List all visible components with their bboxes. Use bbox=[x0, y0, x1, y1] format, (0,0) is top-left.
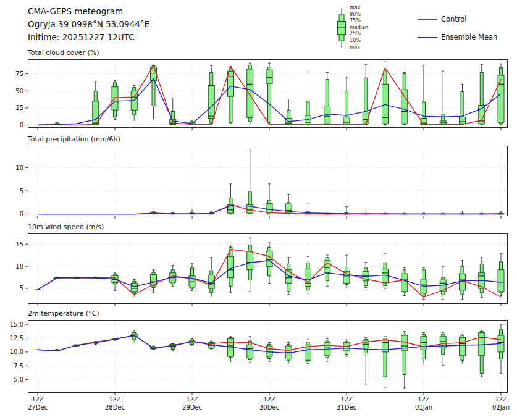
y-tick-label: 75 bbox=[15, 70, 23, 77]
wind-speed-panel-title: 10m wind speed (m/s) bbox=[28, 223, 104, 231]
app-title: CMA-GEPS meteogram bbox=[28, 5, 149, 18]
x-tick-label: 12Z31Dec bbox=[327, 396, 366, 411]
y-tick-label: 10 bbox=[15, 164, 23, 171]
wind-speed-chart: 51015 bbox=[0, 233, 517, 309]
y-tick-label: 5 bbox=[20, 188, 23, 195]
axes: 0255075 bbox=[15, 60, 507, 131]
y-tick-label: 50 bbox=[15, 88, 23, 94]
y-tick-label: 25 bbox=[15, 104, 23, 111]
boxplot-legend-labels: max90%75%median25%10%min bbox=[350, 5, 368, 51]
boxplot-legend-label: min bbox=[350, 44, 368, 51]
y-tick-label: 5.0 bbox=[14, 376, 23, 383]
temperature-panel-title: 2m temperature (°C) bbox=[28, 309, 99, 317]
y-tick-label: 15.0 bbox=[10, 321, 23, 328]
y-tick-label: 12.5 bbox=[10, 335, 23, 342]
x-tick-label: 12Z02Jan bbox=[481, 396, 517, 411]
x-tick-label: 12Z01Jan bbox=[404, 396, 443, 411]
time-axis-labels: 12Z27Dec12Z28Dec12Z29Dec12Z30Dec12Z31Dec… bbox=[0, 396, 517, 416]
boxplot-legend-label: 75% bbox=[350, 18, 368, 25]
boxplots bbox=[35, 324, 504, 388]
boxplot-legend-label: max bbox=[350, 5, 368, 12]
y-tick-label: 0 bbox=[20, 211, 23, 217]
boxplot-legend-label: 10% bbox=[350, 38, 368, 44]
x-tick-label: 12Z28Dec bbox=[95, 396, 135, 411]
y-tick-label: 15 bbox=[15, 241, 23, 248]
location-title: Ogryja 39.0998°N 53.0944°E bbox=[28, 18, 149, 31]
legend-control-label: Control bbox=[441, 15, 467, 23]
init-time: Initime: 20251227 12UTC bbox=[28, 31, 149, 44]
boxplot-legend-label: 90% bbox=[350, 12, 368, 19]
precipitation-chart: 0510 bbox=[0, 146, 517, 222]
boxplots bbox=[151, 149, 505, 214]
boxplot-legend-label: 25% bbox=[350, 31, 368, 38]
legend-ensemble-label: Ensemble Mean bbox=[441, 33, 497, 41]
cloud-cover-chart: 0255075 bbox=[0, 59, 517, 133]
cloud-cover-panel-title: Total cloud cover (%) bbox=[28, 49, 99, 57]
x-tick-label: 12Z29Dec bbox=[172, 396, 212, 411]
boxplot-legend-label: median bbox=[350, 25, 368, 32]
boxplots bbox=[54, 61, 504, 125]
y-tick-label: 10.0 bbox=[10, 348, 23, 355]
axes: 5.07.510.012.515.0 bbox=[10, 321, 508, 396]
precipitation-panel-title: Total precipitation (mm/6h) bbox=[28, 135, 120, 143]
axes: 51015 bbox=[15, 234, 507, 307]
meteogram-screen: CMA-GEPS meteogram Ogryja 39.0998°N 53.0… bbox=[0, 0, 517, 420]
ensemble-line-swatch bbox=[418, 37, 437, 38]
y-tick-label: 0 bbox=[20, 122, 23, 128]
y-tick-label: 7.5 bbox=[14, 363, 23, 369]
temperature-chart: 5.07.510.012.515.0 bbox=[0, 320, 517, 398]
x-tick-label: 12Z27Dec bbox=[18, 396, 57, 411]
control-line-swatch bbox=[418, 19, 437, 20]
boxplot-glyph-icon bbox=[335, 6, 348, 52]
y-tick-label: 5 bbox=[20, 285, 23, 292]
x-tick-label: 12Z30Dec bbox=[250, 396, 289, 411]
y-tick-label: 10 bbox=[15, 263, 23, 270]
header: CMA-GEPS meteogram Ogryja 39.0998°N 53.0… bbox=[28, 5, 149, 44]
